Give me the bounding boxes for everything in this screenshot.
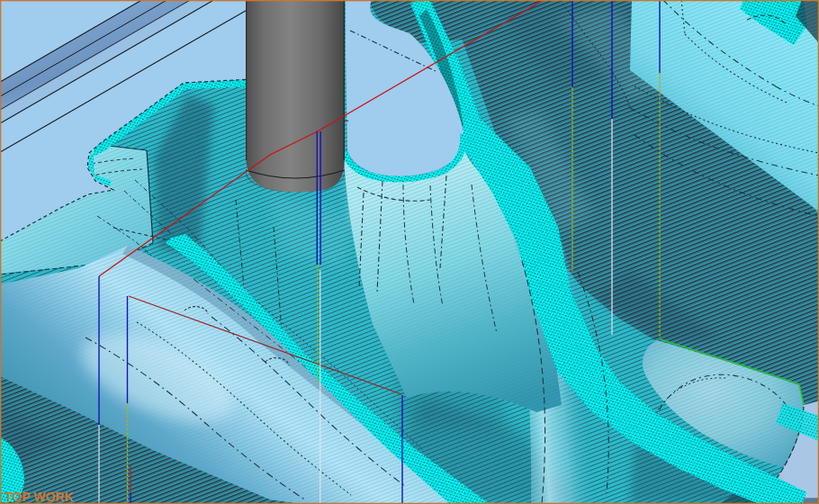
svg-text:TOP WORK: TOP WORK <box>4 490 74 504</box>
